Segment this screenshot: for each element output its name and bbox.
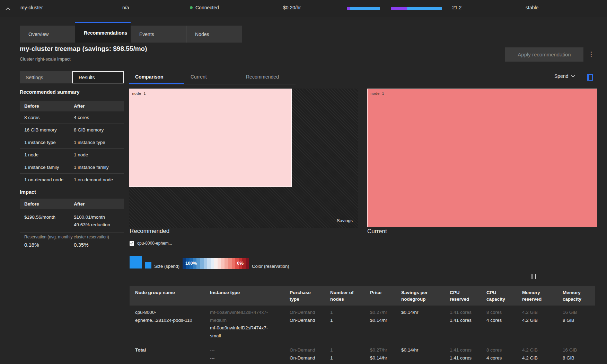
tab-events[interactable]: Events	[131, 26, 186, 43]
usage-bar-2	[391, 7, 442, 10]
summary-row: 1 node1 node	[20, 148, 124, 161]
size-legend-swatch-large	[130, 256, 142, 269]
cluster-state: stable	[526, 5, 538, 10]
nodegroup-filter-checkbox[interactable]: cpu-8000-ephem...	[130, 241, 172, 246]
viz-tab-current[interactable]: Current	[184, 71, 240, 84]
column-header: CPU reserved	[444, 286, 481, 306]
cluster-row[interactable]: my-cluster n/a Connected $0.20/hr 21.2 s…	[0, 0, 607, 17]
impact-heading: Impact	[20, 189, 36, 195]
treemap-view-tabs: ComparisonCurrentRecommended	[129, 71, 296, 84]
impact-table-header: Before After	[20, 199, 124, 209]
nav-tabs: OverviewRecommendationsEventsNodes	[20, 22, 242, 43]
page-subtitle: Cluster right-scale impact	[20, 56, 71, 62]
summary-row: 1 instance family1 instance family	[20, 161, 124, 173]
cluster-recommendations-page: my-cluster n/a Connected $0.20/hr 21.2 s…	[0, 0, 607, 364]
impact-table: Before After $198.56/month $100.01/month…	[20, 199, 124, 229]
reservation-after: 0.35%	[74, 242, 89, 248]
reservation-label: Reservation (avg. monthly cluster reserv…	[24, 235, 109, 239]
node-label: node-1	[129, 89, 291, 98]
page-title: my-cluster treemap (savings: $98.55/mo)	[20, 45, 147, 53]
summary-row: 1 instance type1 instance type	[20, 136, 124, 148]
summary-row: 1 on-demand node1 on-demand node	[20, 173, 124, 186]
filter-label: cpu-8000-ephem...	[137, 241, 172, 246]
apply-recommendation-button[interactable]: Apply recommendation	[505, 47, 583, 62]
summary-row: 8 cores4 cores	[20, 111, 124, 124]
treemap-node[interactable]: node-1	[367, 89, 597, 227]
column-header: Savings per nodegroup	[396, 286, 444, 306]
checkbox-icon	[130, 241, 134, 246]
spend-dropdown[interactable]: Spend	[554, 73, 575, 79]
scale-min-label: 0%	[237, 261, 244, 266]
divider	[20, 232, 124, 233]
table-row: cpu-8000-epheme...281024-pods-110mf-0oa9…	[130, 306, 595, 343]
nodegroup-table: Node group nameInstance typePurchase typ…	[130, 286, 595, 364]
reservation-before: 0.18%	[24, 242, 39, 248]
summary-row: 16 GiB memory8 GiB memory	[20, 124, 124, 136]
usage-bar-1	[347, 7, 380, 10]
chevron-down-icon	[571, 75, 575, 78]
scale-max-label: 100%	[185, 261, 197, 266]
treemap-current: node-1	[367, 89, 597, 227]
treemap-node[interactable]: node-1	[129, 89, 292, 187]
viz-tab-comparison[interactable]: Comparison	[129, 71, 184, 84]
tab-nodes[interactable]: Nodes	[186, 26, 242, 43]
summary-table-header: Before After	[20, 101, 124, 111]
color-legend-label: Color (reservation)	[252, 264, 289, 269]
tab-recommendations[interactable]: Recommendations	[75, 22, 131, 43]
reservation-color-scale: 100% 0%	[183, 258, 249, 269]
column-header: Purchase type	[284, 286, 325, 306]
column-header: Node group name	[130, 286, 204, 306]
column-header: Price	[364, 286, 396, 306]
column-settings-icon[interactable]	[531, 274, 536, 279]
cluster-cost: $0.20/hr	[283, 5, 301, 10]
treemap-recommended: node-1 Savings	[129, 89, 358, 228]
column-header: Number of nodes	[325, 286, 364, 306]
column-header: CPU capacity	[481, 286, 517, 306]
more-options-icon[interactable]: ⋮	[588, 49, 595, 59]
table-row: Total------On-DemandOn-Demand11$0.27/hr$…	[130, 343, 595, 364]
summary-heading: Recommended summary	[20, 89, 79, 95]
cluster-name: my-cluster	[20, 5, 43, 10]
tab-overview[interactable]: Overview	[20, 26, 75, 43]
treemap-title-recommended: Recommended	[130, 228, 169, 235]
treemap-layout-icon[interactable]	[587, 74, 593, 81]
status-dot-icon	[190, 6, 193, 9]
savings-label: Savings	[337, 218, 353, 223]
table-header: Node group nameInstance typePurchase typ…	[130, 286, 595, 306]
impact-before: $198.56/month	[20, 213, 69, 229]
toggle-settings[interactable]: Settings	[20, 71, 72, 83]
viz-tab-recommended[interactable]: Recommended	[240, 71, 295, 84]
chevron-up-icon[interactable]	[6, 6, 10, 11]
column-header: Instance type	[204, 286, 284, 306]
toggle-results[interactable]: Results	[72, 71, 124, 83]
cluster-col2: n/a	[122, 5, 129, 10]
summary-table: Before After 8 cores4 cores16 GiB memory…	[20, 101, 124, 186]
impact-after: $100.01/month 49.63% reduction	[69, 213, 124, 229]
connection-status: Connected	[190, 5, 219, 10]
impact-row: $198.56/month $100.01/month 49.63% reduc…	[20, 209, 124, 229]
cluster-metric: 21.2	[452, 5, 461, 10]
column-header: Memory reserved	[517, 286, 557, 306]
treemap-title-current: Current	[367, 228, 387, 235]
node-label: node-1	[368, 89, 597, 98]
size-legend-swatch-small	[145, 262, 151, 269]
size-legend-label: Size (spend)	[154, 264, 179, 269]
column-header: Memory capacity	[557, 286, 595, 306]
